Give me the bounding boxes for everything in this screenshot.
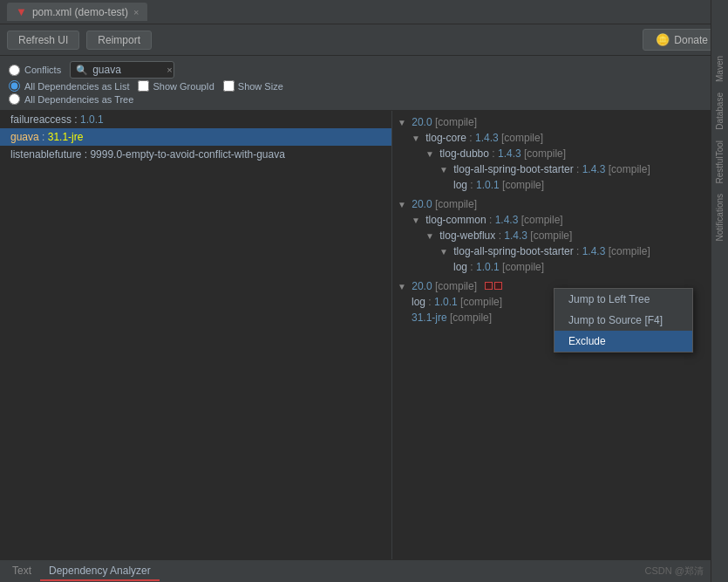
tab-dependency-analyzer[interactable]: Dependency Analyzer — [40, 562, 160, 581]
show-size-text: Show Size — [238, 81, 283, 92]
right-sidebar: Maven Database RestfulTool Notifications — [711, 0, 728, 582]
all-list-label: All Dependencies as List — [24, 81, 129, 92]
tree-row[interactable]: ▼ 20.0 [compile] — [398, 114, 723, 130]
tree-row[interactable]: ▼ tlog-webflux : 1.4.3 [compile] — [398, 228, 723, 243]
tree-row[interactable]: ▼ tlog-common : 1.4.3 [compile] — [398, 212, 723, 228]
conflicts-radio-label[interactable]: Conflicts — [9, 65, 61, 76]
context-menu-jump-source[interactable]: Jump to Source [F4] — [555, 310, 692, 331]
list-item[interactable]: guava : 31.1-jre — [0, 128, 391, 146]
conflict-badge — [485, 282, 502, 290]
expand-arrow-icon: ▼ — [425, 231, 434, 241]
expand-arrow-icon: ▼ — [439, 165, 448, 175]
main-area: failureaccess : 1.0.1 guava : 31.1-jre l… — [0, 111, 728, 564]
search-clear-button[interactable]: × — [167, 65, 172, 75]
tree-row[interactable]: ▼ tlog-all-spring-boot-starter : 1.4.3 [… — [398, 161, 723, 177]
reimport-button[interactable]: Reimport — [86, 31, 152, 50]
filter-line-1: Conflicts 🔍 × — [9, 61, 719, 79]
tree-row[interactable]: log : 1.0.1 [compile] — [398, 177, 723, 193]
context-menu: Jump to Left Tree Jump to Source [F4] Ex… — [554, 288, 693, 353]
tree-row[interactable]: ▼ 20.0 [compile] — [398, 196, 723, 212]
maven-logo-icon: ▼ — [16, 5, 27, 18]
show-groupid-label[interactable]: Show GroupId — [138, 80, 214, 92]
tree-row[interactable]: log : 1.0.1 [compile] — [398, 259, 723, 275]
sidebar-maven-label[interactable]: Maven — [713, 52, 726, 86]
toolbar: Refresh UI Reimport 🪙 Donate — [0, 24, 728, 56]
show-size-label[interactable]: Show Size — [223, 80, 283, 92]
filter-line-2: All Dependencies as List Show GroupId Sh… — [9, 80, 719, 92]
filter-bar: Conflicts 🔍 × All Dependencies as List S… — [0, 56, 728, 111]
donate-icon: 🪙 — [656, 33, 670, 46]
list-item[interactable]: failureaccess : 1.0.1 — [0, 111, 391, 128]
expand-arrow-icon: ▼ — [398, 200, 406, 209]
all-tree-label: All Dependencies as Tree — [24, 94, 133, 105]
all-tree-radio-label[interactable]: All Dependencies as Tree — [9, 93, 133, 105]
bottom-tabs: Text Dependency Analyzer CSDN @郑清 — [0, 559, 728, 582]
refresh-ui-button[interactable]: Refresh UI — [7, 31, 79, 50]
title-tab[interactable]: ▼ pom.xml (demo-test) × — [7, 3, 147, 21]
tree-row[interactable]: ▼ tlog-core : 1.4.3 [compile] — [398, 130, 723, 146]
tab-filename: pom.xml (demo-test) — [32, 6, 128, 18]
tree-row[interactable]: ▼ tlog-dubbo : 1.4.3 [compile] — [398, 146, 723, 161]
sidebar-database-label[interactable]: Database — [713, 89, 726, 134]
badge-box-icon — [485, 282, 493, 290]
show-groupid-checkbox[interactable] — [138, 80, 149, 92]
close-tab-button[interactable]: × — [133, 7, 139, 17]
tab-text[interactable]: Text — [3, 562, 40, 581]
show-size-checkbox[interactable] — [223, 80, 235, 92]
all-list-radio[interactable] — [9, 80, 20, 92]
expand-arrow-icon: ▼ — [412, 216, 420, 225]
expand-arrow-icon: ▼ — [439, 247, 448, 257]
show-groupid-text: Show GroupId — [153, 81, 214, 92]
list-item[interactable]: listenablefuture : 9999.0-empty-to-avoid… — [0, 146, 391, 163]
left-dependency-panel: failureaccess : 1.0.1 guava : 31.1-jre l… — [0, 111, 392, 564]
filter-line-3: All Dependencies as Tree — [9, 93, 719, 105]
donate-button[interactable]: 🪙 Donate — [643, 29, 721, 51]
conflicts-radio[interactable] — [9, 65, 20, 76]
all-list-radio-label[interactable]: All Dependencies as List — [9, 80, 129, 92]
search-box: 🔍 × — [70, 61, 174, 79]
sidebar-notifications-label[interactable]: Notifications — [713, 190, 726, 244]
search-icon: 🔍 — [76, 65, 88, 76]
context-menu-exclude[interactable]: Exclude — [555, 331, 692, 352]
search-input[interactable] — [92, 64, 162, 76]
context-menu-jump-left[interactable]: Jump to Left Tree — [555, 289, 692, 310]
right-tree-panel: ▼ 20.0 [compile] ▼ tlog-core : 1.4.3 [co… — [392, 111, 728, 564]
expand-arrow-icon: ▼ — [425, 149, 434, 159]
expand-arrow-icon: ▼ — [398, 282, 406, 291]
conflicts-label: Conflicts — [24, 65, 61, 75]
donate-label: Donate — [674, 34, 708, 46]
title-bar: ▼ pom.xml (demo-test) × ⋮ — [0, 0, 728, 24]
expand-arrow-icon: ▼ — [412, 134, 420, 143]
sidebar-restfultool-label[interactable]: RestfulTool — [713, 137, 726, 187]
expand-arrow-icon: ▼ — [398, 118, 406, 127]
badge-box-icon — [494, 282, 502, 290]
tree-row[interactable]: ▼ tlog-all-spring-boot-starter : 1.4.3 [… — [398, 243, 723, 259]
all-tree-radio[interactable] — [9, 93, 20, 105]
